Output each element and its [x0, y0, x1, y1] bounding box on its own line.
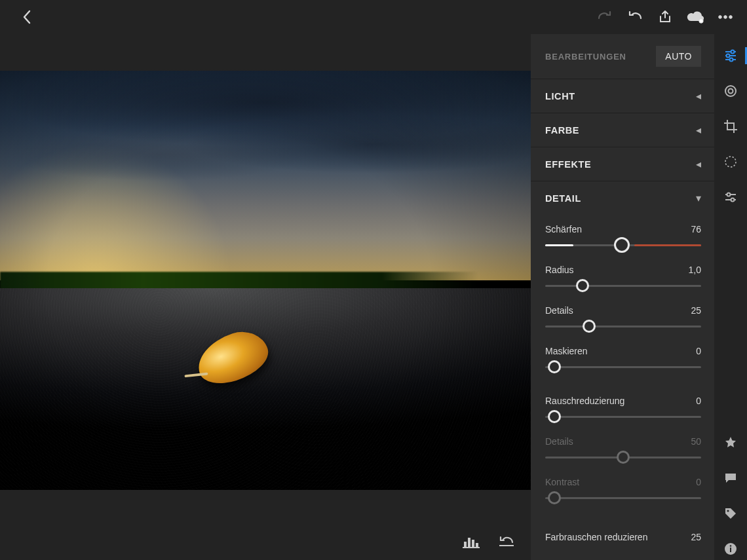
- tool-crop[interactable]: [719, 115, 742, 138]
- section-effects[interactable]: EFFEKTE ◂: [531, 147, 714, 181]
- slider-color-noise: Farbrauschen reduzieren 25: [545, 532, 701, 542]
- slider-value: 1,0: [689, 265, 701, 275]
- slider-value: 50: [691, 436, 701, 447]
- svg-point-18: [725, 157, 736, 167]
- slider-label: Maskieren: [545, 346, 588, 356]
- section-light[interactable]: LICHT ◂: [531, 79, 714, 113]
- histogram-icon[interactable]: [463, 535, 480, 548]
- app-root: BEARBEITUNGEN AUTO LICHT ◂ FARBE ◂ EFFEK…: [0, 0, 747, 560]
- top-bar: [0, 0, 747, 34]
- redo-button[interactable]: [592, 5, 617, 29]
- slider-knob[interactable]: [583, 320, 596, 333]
- slider-label: Farbrauschen reduzieren: [545, 532, 647, 542]
- section-color[interactable]: FARBE ◂: [531, 113, 714, 147]
- slider-knob[interactable]: [548, 410, 561, 423]
- tool-tag[interactable]: [719, 502, 742, 525]
- svg-point-0: [699, 19, 703, 23]
- canvas-bottom-bar: [0, 523, 531, 560]
- svg-point-15: [730, 58, 733, 62]
- slider-label: Radius: [545, 265, 574, 275]
- slider-row: Details50: [545, 436, 701, 465]
- slider-track[interactable]: [545, 278, 701, 293]
- slider-track[interactable]: [545, 490, 701, 506]
- panel-header: BEARBEITUNGEN AUTO: [531, 34, 714, 79]
- svg-rect-5: [468, 538, 470, 547]
- more-button[interactable]: [713, 5, 738, 29]
- svg-point-23: [727, 510, 729, 512]
- slider-value: 0: [696, 396, 701, 406]
- slider-track[interactable]: [545, 359, 701, 375]
- chevron-left-icon: ◂: [696, 124, 701, 136]
- slider-row: Details25: [545, 305, 701, 334]
- chevron-down-icon: ▾: [696, 192, 701, 204]
- undo-button[interactable]: [622, 5, 647, 29]
- section-detail[interactable]: DETAIL ▾: [531, 181, 714, 215]
- slider-row: Radius1,0: [545, 265, 701, 293]
- detail-sliders: Schärfen76Radius1,0Details25Maskieren0 R…: [531, 215, 714, 551]
- slider-track[interactable]: [545, 449, 701, 465]
- slider-label: Schärfen: [545, 224, 582, 234]
- svg-rect-4: [464, 542, 467, 547]
- tool-adjust[interactable]: [719, 45, 742, 67]
- svg-rect-25: [730, 548, 731, 552]
- tool-rate[interactable]: [719, 432, 742, 454]
- slider-value: 25: [691, 305, 701, 316]
- slider-value: 0: [696, 477, 701, 487]
- slider-label: Details: [545, 436, 573, 447]
- canvas: [0, 37, 531, 523]
- cloud-sync-button[interactable]: [683, 5, 708, 29]
- tool-presets[interactable]: [719, 80, 742, 102]
- slider-knob[interactable]: [614, 237, 630, 253]
- slider-row: Rauschreduzierung0: [545, 396, 701, 424]
- svg-rect-7: [476, 543, 478, 547]
- slider-label: Rauschreduzierung: [545, 396, 624, 406]
- slider-knob[interactable]: [576, 279, 589, 292]
- slider-label: Details: [545, 305, 573, 316]
- slider-row: Maskieren0: [545, 346, 701, 375]
- svg-point-11: [731, 50, 735, 54]
- chevron-left-icon: ◂: [696, 158, 701, 170]
- photo-preview[interactable]: [0, 71, 531, 490]
- reset-icon[interactable]: [498, 536, 515, 548]
- slider-track[interactable]: [545, 318, 701, 334]
- slider-knob[interactable]: [617, 451, 630, 464]
- tool-info[interactable]: [719, 538, 742, 560]
- canvas-wrap: [0, 34, 531, 560]
- panel-header-label: BEARBEITUNGEN: [545, 52, 626, 62]
- slider-value: 25: [691, 532, 701, 542]
- tool-selective[interactable]: [719, 186, 742, 208]
- main-area: BEARBEITUNGEN AUTO LICHT ◂ FARBE ◂ EFFEK…: [0, 34, 747, 560]
- section-detail-title: DETAIL: [545, 193, 581, 204]
- slider-value: 0: [696, 346, 701, 356]
- slider-track[interactable]: [545, 409, 701, 424]
- edit-panel: BEARBEITUNGEN AUTO LICHT ◂ FARBE ◂ EFFEK…: [531, 34, 714, 560]
- slider-knob[interactable]: [548, 491, 561, 504]
- section-color-title: FARBE: [545, 125, 579, 136]
- slider-value: 76: [691, 224, 701, 234]
- svg-point-22: [731, 198, 735, 202]
- svg-point-13: [727, 54, 730, 58]
- right-toolbar: [714, 34, 747, 560]
- svg-point-1: [719, 16, 722, 19]
- section-light-title: LICHT: [545, 91, 575, 102]
- slider-label: Kontrast: [545, 477, 579, 487]
- tool-comment[interactable]: [719, 467, 742, 489]
- slider-knob[interactable]: [548, 360, 561, 373]
- slider-row: Schärfen76: [545, 224, 701, 253]
- svg-rect-6: [472, 540, 474, 547]
- share-button[interactable]: [653, 5, 678, 29]
- tool-radial[interactable]: [719, 151, 742, 173]
- slider-track[interactable]: [545, 237, 701, 253]
- auto-button[interactable]: AUTO: [656, 46, 701, 67]
- svg-point-2: [724, 16, 727, 19]
- svg-rect-8: [463, 547, 480, 548]
- svg-point-3: [729, 16, 733, 19]
- svg-point-16: [725, 86, 736, 96]
- slider-row: Kontrast0: [545, 477, 701, 506]
- chevron-left-icon: ◂: [696, 90, 701, 102]
- svg-point-26: [730, 545, 732, 547]
- back-button[interactable]: [14, 5, 39, 29]
- section-effects-title: EFFEKTE: [545, 159, 591, 170]
- svg-point-20: [727, 193, 731, 196]
- svg-point-17: [729, 89, 733, 94]
